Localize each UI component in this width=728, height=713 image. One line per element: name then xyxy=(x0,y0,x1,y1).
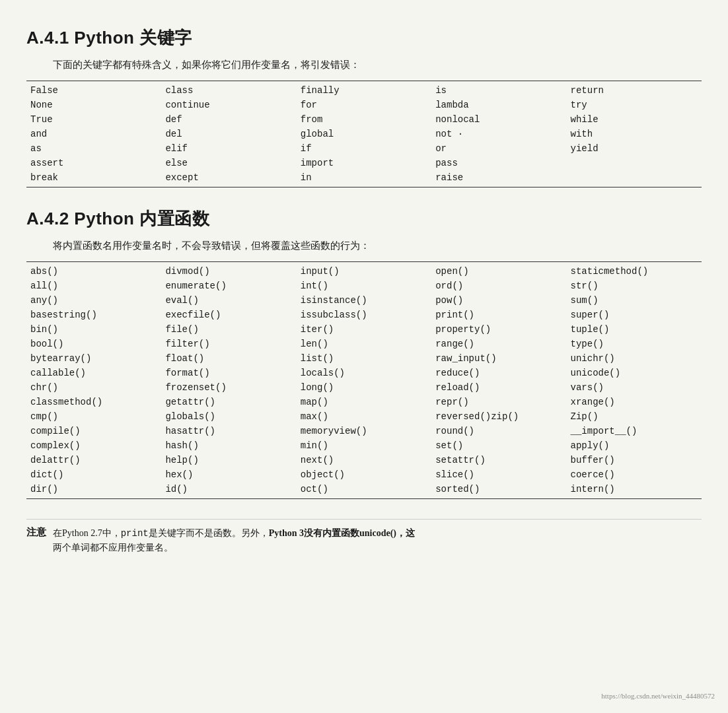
keyword-cell: as xyxy=(26,141,161,156)
builtin-cell: delattr() xyxy=(26,453,161,467)
keyword-cell: and xyxy=(26,127,161,141)
keyword-cell: with xyxy=(567,127,702,141)
keyword-cell: except xyxy=(161,170,296,187)
builtin-cell: chr() xyxy=(26,380,161,395)
builtin-cell: hex() xyxy=(161,467,296,482)
builtin-cell: buffer() xyxy=(567,453,702,467)
builtin-cell: sorted() xyxy=(431,482,566,499)
builtin-cell: locals() xyxy=(297,366,431,380)
builtin-cell: map() xyxy=(297,395,431,409)
builtin-cell: intern() xyxy=(567,482,702,499)
keyword-cell: import xyxy=(297,156,431,170)
keyword-cell: True xyxy=(26,112,161,127)
watermark: https://blog.csdn.net/weixin_44480572 xyxy=(601,692,715,700)
builtin-cell: setattr() xyxy=(431,453,566,467)
keyword-cell: while xyxy=(567,112,702,127)
builtin-cell: getattr() xyxy=(161,395,296,409)
builtin-cell: help() xyxy=(161,453,296,467)
keyword-cell: raise xyxy=(431,170,566,187)
builtin-cell: long() xyxy=(297,380,431,395)
builtin-cell: tuple() xyxy=(567,322,702,337)
builtin-cell: hash() xyxy=(161,438,296,453)
builtin-cell: enumerate() xyxy=(161,279,296,293)
builtin-cell: oct() xyxy=(297,482,431,499)
builtin-cell: filter() xyxy=(161,337,296,351)
builtin-cell: type() xyxy=(567,337,702,351)
keyword-cell: from xyxy=(297,112,431,127)
builtin-cell: ord() xyxy=(431,279,566,293)
keyword-cell: for xyxy=(297,98,431,112)
builtin-cell: dict() xyxy=(26,467,161,482)
builtin-cell: iter() xyxy=(297,322,431,337)
keyword-cell: lambda xyxy=(431,98,566,112)
keyword-cell: is xyxy=(431,81,566,98)
section2-title: A.4.2 Python 内置函数 xyxy=(26,207,702,230)
note-text: 在Python 2.7中，print是关键字而不是函数。另外，Python 3没… xyxy=(53,526,415,556)
builtin-cell: isinstance() xyxy=(297,293,431,308)
builtin-cell: complex() xyxy=(26,438,161,453)
builtin-cell: issubclass() xyxy=(297,308,431,322)
keyword-cell: return xyxy=(567,81,702,98)
builtin-cell: bytearray() xyxy=(26,351,161,366)
builtin-cell: xrange() xyxy=(567,395,702,409)
builtin-cell: classmethod() xyxy=(26,395,161,409)
keyword-cell: if xyxy=(297,141,431,156)
keyword-cell: or xyxy=(431,141,566,156)
builtin-cell: range() xyxy=(431,337,566,351)
keyword-cell: class xyxy=(161,81,296,98)
builtin-cell: open() xyxy=(431,262,566,279)
builtins-table: abs()divmod()input()open()staticmethod()… xyxy=(26,261,702,499)
keyword-cell: assert xyxy=(26,156,161,170)
builtin-cell: file() xyxy=(161,322,296,337)
builtin-cell: any() xyxy=(26,293,161,308)
builtin-cell: next() xyxy=(297,453,431,467)
builtin-cell: reduce() xyxy=(431,366,566,380)
builtin-cell: pow() xyxy=(431,293,566,308)
builtin-cell: super() xyxy=(567,308,702,322)
builtin-cell: print() xyxy=(431,308,566,322)
keyword-cell: continue xyxy=(161,98,296,112)
builtin-cell: bool() xyxy=(26,337,161,351)
builtin-cell: max() xyxy=(297,409,431,424)
builtin-cell: len() xyxy=(297,337,431,351)
builtin-cell: staticmethod() xyxy=(567,262,702,279)
section2-desc: 将内置函数名用作变量名时，不会导致错误，但将覆盖这些函数的行为： xyxy=(53,240,702,252)
keyword-cell: nonlocal xyxy=(431,112,566,127)
builtin-cell: compile() xyxy=(26,424,161,438)
builtin-cell: property() xyxy=(431,322,566,337)
keywords-table: FalseclassfinallyisreturnNonecontinuefor… xyxy=(26,81,702,187)
builtin-cell: unicode() xyxy=(567,366,702,380)
keyword-cell: del xyxy=(161,127,296,141)
builtin-cell: divmod() xyxy=(161,262,296,279)
builtin-cell: frozenset() xyxy=(161,380,296,395)
builtin-cell: min() xyxy=(297,438,431,453)
builtin-cell: repr() xyxy=(431,395,566,409)
builtin-cell: apply() xyxy=(567,438,702,453)
builtin-cell: round() xyxy=(431,424,566,438)
builtin-cell: str() xyxy=(567,279,702,293)
builtin-cell: set() xyxy=(431,438,566,453)
keyword-cell: global xyxy=(297,127,431,141)
keyword-cell: not · xyxy=(431,127,566,141)
builtin-cell: slice() xyxy=(431,467,566,482)
builtin-cell: reload() xyxy=(431,380,566,395)
builtin-cell: basestring() xyxy=(26,308,161,322)
builtin-cell: memoryview() xyxy=(297,424,431,438)
builtin-cell: input() xyxy=(297,262,431,279)
builtin-cell: callable() xyxy=(26,366,161,380)
builtin-cell: coerce() xyxy=(567,467,702,482)
builtin-cell: id() xyxy=(161,482,296,499)
builtin-cell: cmp() xyxy=(26,409,161,424)
builtin-cell: execfile() xyxy=(161,308,296,322)
builtin-cell: vars() xyxy=(567,380,702,395)
builtin-cell: all() xyxy=(26,279,161,293)
keyword-cell: pass xyxy=(431,156,566,170)
section1-desc: 下面的关键字都有特殊含义，如果你将它们用作变量名，将引发错误： xyxy=(53,59,702,71)
keyword-cell: yield xyxy=(567,141,702,156)
keyword-cell: finally xyxy=(297,81,431,98)
keyword-cell: None xyxy=(26,98,161,112)
builtin-cell: format() xyxy=(161,366,296,380)
builtin-cell: sum() xyxy=(567,293,702,308)
builtin-cell: int() xyxy=(297,279,431,293)
keyword-cell: False xyxy=(26,81,161,98)
